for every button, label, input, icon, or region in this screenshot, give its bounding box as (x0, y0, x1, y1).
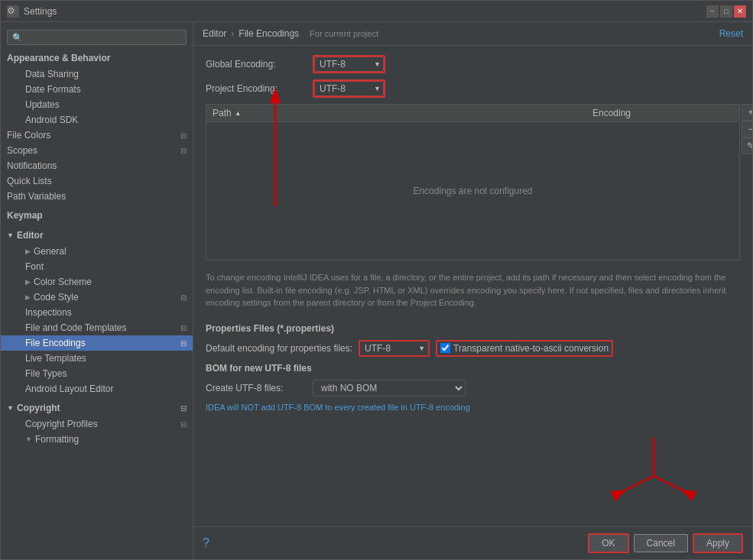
sidebar-header-copyright: ▼Copyright ⊟ (1, 400, 193, 416)
project-encoding-select-wrapper: UTF-8 ISO-8859-1 US-ASCII UTF-16 (313, 79, 385, 98)
sidebar-item-live-templates[interactable]: Live Templates (1, 351, 193, 366)
cancel-button[interactable]: Cancel (634, 534, 688, 552)
bom-section: BOM for new UTF-8 files Create UTF-8 fil… (206, 363, 740, 412)
bom-link[interactable]: UTF-8 BOM (278, 403, 323, 412)
bom-section-title: BOM for new UTF-8 files (206, 363, 740, 374)
table-header: Path Encoding (206, 105, 739, 122)
window-controls: − □ ✕ (706, 5, 746, 18)
sidebar: 🔍 Appearance & Behavior Data Sharing Dat… (1, 22, 193, 559)
table-actions: + − ✎ (742, 104, 752, 154)
sidebar-item-copyright-profiles[interactable]: Copyright Profiles ⊟ (1, 416, 193, 432)
apply-button[interactable]: Apply (693, 533, 743, 553)
properties-encoding-label: Default encoding for properties files: (206, 343, 352, 354)
sidebar-header-editor: ▼Editor (1, 227, 193, 244)
transparent-conversion-wrapper: Transparent native-to-ascii conversion (436, 340, 613, 357)
reset-link[interactable]: Reset (719, 28, 743, 39)
window-title: Settings (24, 6, 706, 17)
global-encoding-label: Global Encoding: (206, 59, 313, 70)
svg-line-6 (654, 476, 684, 491)
svg-line-5 (623, 476, 654, 491)
project-encoding-row: Project Encoding: UTF-8 ISO-8859-1 US-AS… (206, 79, 740, 98)
search-icon: 🔍 (12, 33, 23, 43)
sidebar-item-android-layout-editor[interactable]: Android Layout Editor (1, 381, 193, 397)
annotation-arrow-bottom (615, 438, 692, 499)
main-panel: Editor › File Encodings For current proj… (193, 22, 752, 559)
sidebar-header-appearance: Appearance & Behavior (1, 50, 193, 66)
sidebar-header-keymap: Keymap (1, 207, 193, 224)
info-text: To change encoding IntelliJ IDEA uses fo… (206, 267, 740, 314)
maximize-button[interactable]: □ (720, 5, 732, 18)
properties-row: Default encoding for properties files: U… (206, 340, 740, 357)
breadcrumb-separator: › (231, 28, 234, 39)
breadcrumb: Editor › File Encodings For current proj… (193, 22, 752, 46)
transparent-label[interactable]: Transparent native-to-ascii conversion (453, 343, 609, 354)
table-remove-button[interactable]: − (742, 121, 752, 138)
global-encoding-select-wrapper: UTF-8 ISO-8859-1 US-ASCII UTF-16 (313, 55, 385, 73)
breadcrumb-parent: Editor (203, 28, 226, 39)
sidebar-item-general[interactable]: ▶General (1, 244, 193, 259)
appearance-behavior-section: Appearance & Behavior Data Sharing Date … (1, 50, 193, 128)
main-content-area: 🔍 Appearance & Behavior Data Sharing Dat… (1, 22, 752, 559)
sidebar-item-file-code-templates[interactable]: File and Code Templates ⊟ (1, 320, 193, 335)
encodings-table: Path Encoding Encodings are not configur… (206, 104, 740, 261)
sidebar-item-color-scheme[interactable]: ▶Color Scheme (1, 274, 193, 290)
sidebar-item-file-colors[interactable]: File Colors ⊟ (1, 128, 193, 143)
global-encoding-select[interactable]: UTF-8 ISO-8859-1 US-ASCII UTF-16 (314, 57, 384, 72)
sidebar-item-font[interactable]: Font (1, 259, 193, 274)
global-encoding-row: Global Encoding: UTF-8 ISO-8859-1 US-ASC… (206, 55, 740, 73)
minimize-button[interactable]: − (706, 5, 719, 18)
bom-row: Create UTF-8 files: with NO BOM with BOM (206, 380, 740, 397)
properties-section-title: Properties Files (*.properties) (206, 323, 740, 334)
sidebar-item-path-variables[interactable]: Path Variables (1, 189, 193, 204)
sidebar-item-formatting[interactable]: ▼Formatting (1, 432, 193, 447)
table-edit-button[interactable]: ✎ (742, 138, 752, 154)
ok-button[interactable]: OK (588, 533, 628, 553)
close-button[interactable]: ✕ (734, 5, 746, 18)
bom-label: Create UTF-8 files: (206, 383, 313, 393)
properties-encoding-select[interactable]: UTF-8 ISO-8859-1 (360, 342, 428, 355)
settings-window: ⚙ Settings − □ ✕ 🔍 Appearance & Behavior… (0, 0, 753, 560)
encodings-table-wrapper: Path Encoding Encodings are not configur… (206, 104, 740, 261)
bom-info: IDEA will NOT add UTF-8 BOM to every cre… (206, 403, 740, 412)
breadcrumb-current: File Encodings (239, 28, 299, 39)
titlebar: ⚙ Settings − □ ✕ (1, 1, 752, 22)
sidebar-item-inspections[interactable]: Inspections (1, 305, 193, 320)
sidebar-item-scopes[interactable]: Scopes ⊟ (1, 143, 193, 158)
sidebar-item-file-encodings[interactable]: File Encodings ⊟ (1, 335, 193, 351)
settings-content: Global Encoding: UTF-8 ISO-8859-1 US-ASC… (193, 46, 752, 526)
sidebar-item-code-style[interactable]: ▶Code Style ⊟ (1, 290, 193, 305)
col-encoding-header: Encoding (586, 108, 739, 118)
project-encoding-label: Project Encoding: (206, 83, 313, 94)
sidebar-item-data-sharing[interactable]: Data Sharing (1, 66, 193, 82)
breadcrumb-note: For current project (310, 29, 378, 38)
bom-select[interactable]: with NO BOM with BOM (313, 380, 466, 397)
col-path-header[interactable]: Path (206, 108, 586, 118)
sidebar-item-updates[interactable]: Updates (1, 97, 193, 112)
project-encoding-select[interactable]: UTF-8 ISO-8859-1 US-ASCII UTF-16 (314, 81, 384, 96)
table-add-button[interactable]: + (742, 104, 752, 121)
transparent-checkbox[interactable] (440, 343, 450, 353)
app-icon: ⚙ (7, 5, 19, 18)
sidebar-item-notifications[interactable]: Notifications (1, 158, 193, 173)
bottom-bar: ? OK Cancel Apply (193, 526, 752, 559)
sidebar-item-quick-lists[interactable]: Quick Lists (1, 173, 193, 189)
table-empty-state: Encodings are not configured (206, 122, 739, 260)
search-box[interactable]: 🔍 (7, 30, 187, 45)
sidebar-item-android-sdk[interactable]: Android SDK (1, 112, 193, 128)
sidebar-item-file-types[interactable]: File Types (1, 366, 193, 381)
search-input[interactable] (26, 32, 181, 43)
help-icon[interactable]: ? (203, 536, 209, 550)
properties-encoding-select-wrapper: UTF-8 ISO-8859-1 (359, 340, 430, 357)
sidebar-item-date-formats[interactable]: Date Formats (1, 82, 193, 97)
